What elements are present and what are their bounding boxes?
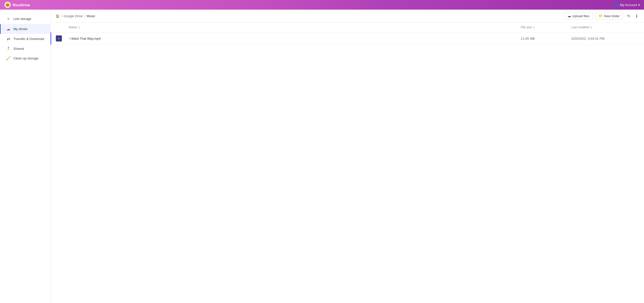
sidebar-link-storage-label: Link storage <box>13 17 31 21</box>
account-menu[interactable]: 👤 My Account ▾ <box>614 3 640 7</box>
logo-icon <box>4 1 11 8</box>
upload-files-label: Upload files <box>572 14 589 18</box>
th-size[interactable]: File size ⇅ <box>518 25 568 30</box>
share-icon: ⤴ <box>6 46 11 51</box>
refresh-button[interactable]: ↻ <box>626 13 632 19</box>
th-checkbox <box>51 25 66 30</box>
breadcrumb-sep2: / <box>84 14 85 18</box>
toolbar: 🏠 / Google Drive / Music ☁ Upload files … <box>51 10 644 23</box>
cloud-icon: ☁ <box>6 27 11 31</box>
sidebar-shared-label: Shared <box>13 47 24 51</box>
th-modified-label: Last modified <box>571 26 589 29</box>
table-row[interactable]: ≡ I Want That Way.mp4 21.65 MB 3/20/2022… <box>51 32 644 45</box>
file-type-icon: ≡ <box>56 35 62 41</box>
content-area: 🏠 / Google Drive / Music ☁ Upload files … <box>51 10 644 303</box>
transfer-icon: ⇄ <box>6 36 11 41</box>
file-rows-container: ≡ I Want That Way.mp4 21.65 MB 3/20/2022… <box>51 32 644 45</box>
info-button[interactable]: ℹ <box>634 13 639 19</box>
sidebar-item-my-drives[interactable]: ☁ My drives <box>0 24 50 34</box>
account-icon: 👤 <box>614 3 619 7</box>
breadcrumb-google-drive[interactable]: Google Drive <box>64 14 83 18</box>
breadcrumb-music: Music <box>87 14 95 18</box>
logo[interactable]: RiceDrive <box>4 1 30 8</box>
sidebar-cleanup-label: Clean up storage <box>13 56 38 60</box>
sidebar-my-drives-label: My drives <box>13 27 28 31</box>
upload-files-button[interactable]: ☁ Upload files <box>564 12 593 20</box>
th-name-sort[interactable]: ⇅ <box>78 26 80 29</box>
file-size-cell: 21.65 MB <box>518 33 568 44</box>
sidebar: ＋ Link storage ☁ My drives ⇄ Transfer & … <box>0 10 51 303</box>
file-table: Name ⇅ File size ⇅ Last modified ⇅ ≡ I W… <box>51 23 644 303</box>
new-folder-icon: 📁 <box>599 14 603 18</box>
app-title: RiceDrive <box>13 3 30 7</box>
plus-icon: ＋ <box>6 16 11 21</box>
breadcrumb: 🏠 / Google Drive / Music <box>56 14 95 18</box>
file-icon-cell: ≡ <box>51 33 66 44</box>
toolbar-actions: ☁ Upload files 📁 New folder ↻ ℹ <box>564 12 639 20</box>
sidebar-item-link-storage[interactable]: ＋ Link storage <box>0 14 50 24</box>
new-folder-button[interactable]: 📁 New folder <box>595 12 623 20</box>
upload-icon: ☁ <box>567 14 571 18</box>
th-name[interactable]: Name ⇅ <box>66 25 518 30</box>
sidebar-item-shared[interactable]: ⤴ Shared <box>0 44 50 53</box>
account-label: My Account <box>620 3 637 7</box>
breadcrumb-home-icon[interactable]: 🏠 <box>56 14 60 18</box>
cleanup-icon: 🧹 <box>6 56 11 61</box>
th-modified[interactable]: Last modified ⇅ <box>568 25 644 30</box>
th-name-label: Name <box>69 26 77 29</box>
file-name-cell: I Want That Way.mp4 <box>66 33 518 44</box>
sidebar-item-transfer-download[interactable]: ⇄ Transfer & Download <box>0 34 50 44</box>
sidebar-transfer-label: Transfer & Download <box>13 37 44 41</box>
th-size-label: File size <box>521 26 532 29</box>
file-date-cell: 3/20/2022, 3:44:31 PM <box>568 33 644 44</box>
table-header: Name ⇅ File size ⇅ Last modified ⇅ <box>51 23 644 32</box>
breadcrumb-sep1: / <box>61 14 62 18</box>
th-size-sort[interactable]: ⇅ <box>533 26 535 29</box>
sidebar-item-cleanup[interactable]: 🧹 Clean up storage <box>0 53 50 63</box>
th-modified-sort[interactable]: ⇅ <box>590 26 592 29</box>
chevron-down-icon: ▾ <box>638 3 640 7</box>
new-folder-label: New folder <box>604 14 620 18</box>
